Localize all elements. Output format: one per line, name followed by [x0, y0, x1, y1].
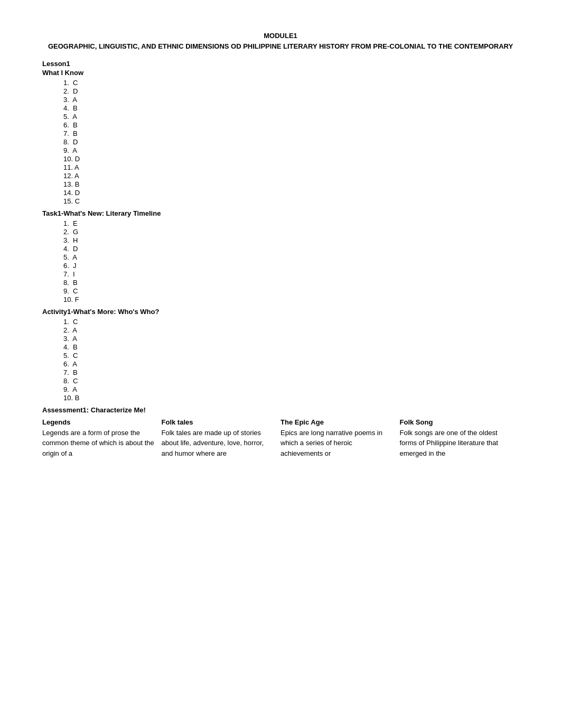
item-num: 5.: [63, 113, 69, 121]
col-header-folksong: Folk Song: [400, 417, 519, 428]
item-num: 2.: [63, 87, 69, 95]
item-val: B: [73, 104, 78, 112]
item-val: B: [73, 343, 78, 351]
item-val: D: [73, 87, 78, 95]
item-num: 7.: [63, 130, 69, 137]
list-item: 9. C: [63, 287, 519, 295]
list-item: 7. B: [63, 130, 519, 137]
list-item: 11. A: [63, 163, 519, 171]
item-val: F: [75, 296, 79, 303]
item-val: D: [75, 155, 80, 163]
module-title: MODULE1: [42, 32, 519, 40]
col-body-folksong: Folk songs are one of the oldest forms o…: [400, 428, 519, 459]
item-num: 6.: [63, 262, 69, 270]
what-i-know-title: What I Know: [42, 69, 519, 77]
item-num: 11.: [63, 163, 73, 171]
col-header-epic: The Epic Age: [280, 417, 400, 428]
page-content: MODULE1 GEOGRAPHIC, LINGUISTIC, AND ETHN…: [0, 0, 561, 490]
item-num: 6.: [63, 360, 69, 368]
module-subtitle: GEOGRAPHIC, LINGUISTIC, AND ETHNIC DIMEN…: [42, 42, 519, 51]
item-val: B: [73, 121, 78, 129]
item-val: C: [75, 197, 80, 205]
list-item: 4. D: [63, 245, 519, 253]
item-val: B: [73, 368, 78, 376]
item-val: E: [73, 219, 78, 227]
list-item: 2. D: [63, 87, 519, 95]
item-num: 14.: [63, 189, 73, 197]
list-item: 2. G: [63, 228, 519, 236]
item-val: G: [73, 228, 78, 236]
list-item: 3. A: [63, 335, 519, 343]
item-num: 9.: [63, 287, 69, 295]
item-num: 8.: [63, 279, 69, 287]
item-num: 1.: [63, 79, 69, 87]
item-val: A: [74, 163, 79, 171]
list-item: 5. A: [63, 253, 519, 261]
item-num: 9.: [63, 385, 69, 393]
item-num: 10.: [63, 155, 73, 163]
list-item: 3. H: [63, 236, 519, 244]
list-item: 14. D: [63, 189, 519, 197]
list-item: 10. B: [63, 394, 519, 402]
list-item: 7. I: [63, 270, 519, 278]
list-item: 4. B: [63, 104, 519, 112]
item-val: B: [75, 394, 80, 402]
list-item: 8. D: [63, 138, 519, 146]
item-num: 1.: [63, 318, 69, 326]
task1-list: 1. E 2. G 3. H 4. D 5. A 6. J 7. I 8. B …: [42, 219, 519, 303]
item-val: A: [72, 360, 77, 368]
item-num: 7.: [63, 368, 69, 376]
list-item: 1. C: [63, 79, 519, 87]
item-val: A: [72, 146, 77, 154]
item-num: 4.: [63, 343, 69, 351]
item-val: C: [73, 377, 78, 385]
item-val: B: [75, 180, 80, 188]
item-val: A: [72, 335, 77, 343]
list-item: 3. A: [63, 96, 519, 104]
list-item: 12. A: [63, 172, 519, 180]
item-val: D: [73, 245, 78, 253]
list-item: 4. B: [63, 343, 519, 351]
item-val: A: [72, 96, 77, 104]
item-val: A: [72, 113, 77, 121]
item-num: 15.: [63, 197, 73, 205]
item-val: B: [73, 130, 78, 137]
item-num: 5.: [63, 352, 69, 360]
activity1-title: Activity1-What's More: Who's Who?: [42, 308, 519, 316]
item-num: 4.: [63, 245, 69, 253]
item-num: 7.: [63, 270, 69, 278]
item-num: 10.: [63, 296, 73, 303]
list-item: 2. A: [63, 326, 519, 334]
item-num: 1.: [63, 219, 69, 227]
task1-title: Task1-What's New: Literary Timeline: [42, 209, 519, 217]
table-header-row: Legends Folk tales The Epic Age Folk Son…: [42, 417, 519, 428]
list-item: 6. J: [63, 262, 519, 270]
what-i-know-list: 1. C 2. D 3. A 4. B 5. A 6. B 7. B 8. D …: [42, 79, 519, 205]
item-val: H: [73, 236, 78, 244]
item-num: 4.: [63, 104, 69, 112]
list-item: 15. C: [63, 197, 519, 205]
item-val: D: [73, 138, 78, 146]
item-num: 3.: [63, 335, 69, 343]
item-val: B: [73, 279, 78, 287]
item-num: 8.: [63, 138, 69, 146]
item-val: A: [72, 326, 77, 334]
list-item: 6. B: [63, 121, 519, 129]
col-header-folktales: Folk tales: [162, 417, 281, 428]
item-val: C: [73, 352, 78, 360]
item-num: 3.: [63, 236, 69, 244]
item-val: D: [75, 189, 80, 197]
list-item: 9. A: [63, 146, 519, 154]
list-item: 6. A: [63, 360, 519, 368]
list-item: 13. B: [63, 180, 519, 188]
col-header-legends: Legends: [42, 417, 162, 428]
list-item: 8. C: [63, 377, 519, 385]
list-item: 5. C: [63, 352, 519, 360]
item-val: A: [72, 385, 77, 393]
activity1-list: 1. C 2. A 3. A 4. B 5. C 6. A 7. B 8. C …: [42, 318, 519, 402]
list-item: 5. A: [63, 113, 519, 121]
item-num: 12.: [63, 172, 73, 180]
item-val: A: [72, 253, 77, 261]
col-body-folktales: Folk tales are made up of stories about …: [162, 428, 281, 459]
assessment1-table: Legends Folk tales The Epic Age Folk Son…: [42, 417, 519, 458]
